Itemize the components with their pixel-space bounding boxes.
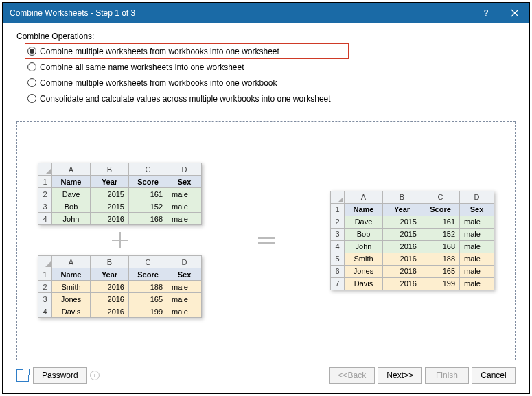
option-label: Consolidate and calculate values across … xyxy=(40,94,331,104)
close-button[interactable] xyxy=(500,3,529,23)
preview-box: ABCD1NameYearScoreSex2Dave2015161male3Bo… xyxy=(16,121,516,360)
section-label: Combine Operations: xyxy=(16,32,516,41)
close-icon xyxy=(511,9,519,17)
help-button[interactable]: ? xyxy=(472,3,500,23)
equals-icon xyxy=(258,237,275,244)
option-label: Combine all same name worksheets into on… xyxy=(40,62,244,72)
back-button: <<Back xyxy=(329,367,375,384)
preview-table-1: ABCD1NameYearScoreSex2Dave2015161male3Bo… xyxy=(38,163,202,225)
dialog-window: Combine Worksheets - Step 1 of 3 ? Combi… xyxy=(2,2,530,394)
radio-group: Combine multiple worksheets from workboo… xyxy=(16,43,516,106)
finish-button: Finish xyxy=(425,367,469,384)
radio-icon xyxy=(27,78,36,87)
option-combine-into-one-workbook[interactable]: Combine multiple worksheets from workboo… xyxy=(25,75,516,91)
preview-table-result: ABCD1NameYearScoreSex2Dave2015161male3Bo… xyxy=(330,191,494,290)
radio-icon xyxy=(27,62,36,71)
next-button[interactable]: Next>> xyxy=(378,367,422,384)
footer: Password i <<Back Next>> Finish Cancel xyxy=(16,360,516,388)
titlebar: Combine Worksheets - Step 1 of 3 ? xyxy=(3,3,529,23)
option-label: Combine multiple worksheets from workboo… xyxy=(40,47,279,56)
info-icon[interactable]: i xyxy=(90,371,100,380)
preview-table-2: ABCD1NameYearScoreSex2Smith2016188male3J… xyxy=(38,255,202,318)
radio-icon xyxy=(27,47,36,56)
option-consolidate[interactable]: Consolidate and calculate values across … xyxy=(25,91,516,106)
plus-icon xyxy=(111,231,130,250)
option-label: Combine multiple worksheets from workboo… xyxy=(40,78,277,88)
cancel-button[interactable]: Cancel xyxy=(472,367,516,384)
option-combine-into-one-sheet[interactable]: Combine multiple worksheets from workboo… xyxy=(25,43,349,59)
left-stack: ABCD1NameYearScoreSex2Dave2015161male3Bo… xyxy=(38,163,202,318)
external-icon[interactable] xyxy=(16,369,29,382)
radio-icon xyxy=(27,94,36,103)
window-title: Combine Worksheets - Step 1 of 3 xyxy=(10,8,472,18)
content-area: Combine Operations: Combine multiple wor… xyxy=(3,23,529,393)
option-combine-same-name[interactable]: Combine all same name worksheets into on… xyxy=(25,59,516,75)
password-button[interactable]: Password xyxy=(33,367,87,384)
